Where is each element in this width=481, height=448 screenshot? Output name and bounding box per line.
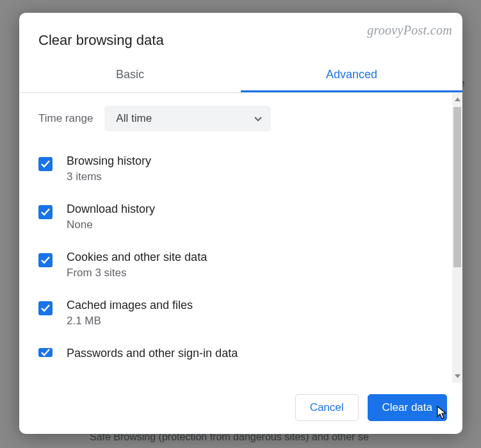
item-text: Cached images and files 2.1 MB (67, 299, 193, 328)
cancel-button[interactable]: Cancel (295, 394, 359, 421)
item-title: Download history (67, 203, 155, 216)
check-icon (41, 304, 50, 312)
tab-advanced[interactable]: Advanced (241, 60, 462, 92)
item-text: Download history None (67, 203, 155, 231)
time-range-row: Time range All time (38, 106, 439, 131)
check-icon (41, 349, 50, 356)
item-sub: 2.1 MB (67, 315, 193, 328)
item-text: Passwords and other sign-in data (67, 347, 238, 360)
time-range-value: All time (116, 112, 152, 125)
cursor-icon (436, 406, 448, 423)
checkbox-cached[interactable] (38, 301, 53, 315)
checkbox-cookies[interactable] (38, 253, 53, 267)
item-sub: None (67, 219, 155, 231)
check-icon (41, 256, 50, 264)
check-icon (41, 160, 50, 168)
item-title: Cached images and files (67, 299, 193, 312)
scrollbar-thumb[interactable] (453, 107, 461, 267)
tab-basic[interactable]: Basic (19, 60, 241, 92)
dialog-body: Time range All time Browsing history 3 i… (19, 93, 462, 383)
scroll-up-icon[interactable] (452, 94, 462, 104)
item-sub: From 3 sites (67, 267, 207, 279)
tab-bar: Basic Advanced (19, 60, 462, 93)
checkbox-download-history[interactable] (38, 205, 53, 219)
clear-data-label: Clear data (382, 401, 432, 414)
list-item[interactable]: Download history None (38, 196, 439, 244)
chevron-down-icon (254, 112, 262, 125)
check-icon (41, 208, 50, 216)
scrollbar[interactable] (452, 93, 462, 383)
scroll-content: Time range All time Browsing history 3 i… (19, 93, 452, 383)
item-text: Browsing history 3 items (67, 154, 151, 183)
checkbox-browsing-history[interactable] (38, 157, 53, 171)
list-item[interactable]: Cached images and files 2.1 MB (38, 292, 439, 340)
list-item[interactable]: Passwords and other sign-in data (38, 340, 439, 360)
watermark: groovyPost.com (367, 23, 452, 38)
scroll-down-icon[interactable] (452, 371, 462, 381)
item-title: Browsing history (67, 154, 151, 168)
time-range-select[interactable]: All time (104, 106, 271, 131)
clear-data-button[interactable]: Clear data (368, 394, 447, 421)
clear-browsing-data-dialog: groovyPost.com Clear browsing data Basic… (19, 13, 462, 434)
list-item[interactable]: Cookies and other site data From 3 sites (38, 244, 439, 292)
item-title: Passwords and other sign-in data (67, 347, 238, 360)
item-sub: 3 items (67, 170, 151, 183)
item-text: Cookies and other site data From 3 sites (67, 251, 207, 279)
time-range-label: Time range (38, 112, 93, 125)
checkbox-passwords[interactable] (38, 348, 53, 357)
dialog-footer: Cancel Clear data (19, 383, 462, 434)
list-item[interactable]: Browsing history 3 items (38, 148, 439, 196)
item-title: Cookies and other site data (67, 251, 207, 264)
